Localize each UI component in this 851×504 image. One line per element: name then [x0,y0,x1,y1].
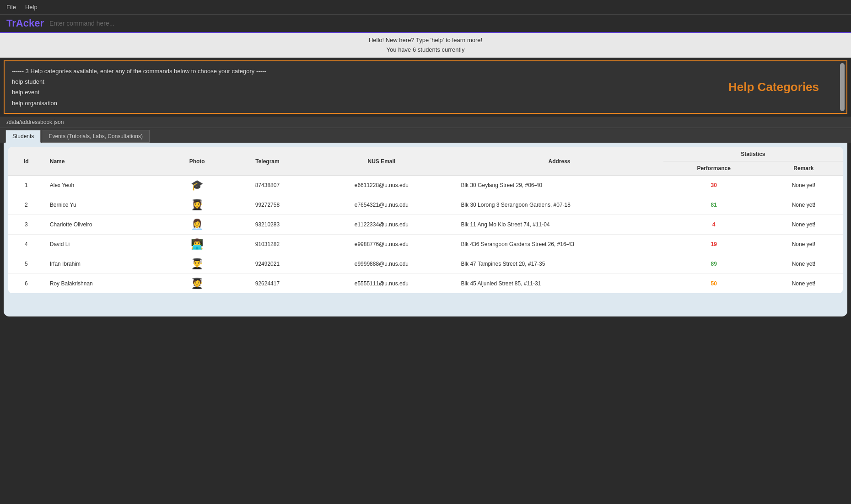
cell-performance: 50 [663,274,765,294]
help-line4: help organisation [12,98,839,108]
help-line3: help event [12,87,839,97]
help-categories-label: Help Categories [728,80,819,94]
cell-name: Roy Balakrishnan [44,274,167,294]
help-panel: ------ 3 Help categories available, ente… [4,60,847,114]
command-input[interactable] [49,18,845,29]
cell-telegram: 99272758 [227,195,308,215]
bottom-area [0,320,851,448]
cell-telegram: 92492021 [227,254,308,274]
scrollbar-thumb[interactable] [840,63,845,112]
cell-photo: 👩‍🎓 [167,195,227,215]
cell-photo: 👩‍💼 [167,215,227,235]
cell-performance: 81 [663,195,765,215]
tabs: Students Events (Tutorials, Labs, Consul… [0,128,851,143]
cell-email: e6611228@u.nus.edu [307,176,455,195]
cell-performance: 30 [663,176,765,195]
cell-address: Blk 30 Geylang Street 29, #06-40 [455,176,663,195]
cell-email: e1122334@u.nus.edu [307,215,455,235]
cell-id: 4 [8,235,44,254]
table-row: 2 Bernice Yu 👩‍🎓 99272758 e7654321@u.nus… [8,195,843,215]
col-id: Id [8,147,44,176]
welcome-line2: You have 6 students currently [3,45,848,55]
cell-remark: None yet! [765,195,843,215]
filepath: ./data/addressbook.json [0,117,851,128]
cell-address: Blk 30 Lorong 3 Serangoon Gardens, #07-1… [455,195,663,215]
table-row: 3 Charlotte Oliveiro 👩‍💼 93210283 e11223… [8,215,843,235]
cell-email: e9988776@u.nus.edu [307,235,455,254]
cell-telegram: 87438807 [227,176,308,195]
col-nus-email: NUS Email [307,147,455,176]
cell-name: Charlotte Oliveiro [44,215,167,235]
table-container: Id Name Photo Telegram NUS Email Address… [4,143,847,316]
help-line1: ------ 3 Help categories available, ente… [12,66,839,76]
cell-name: Alex Yeoh [44,176,167,195]
cell-id: 1 [8,176,44,195]
cell-remark: None yet! [765,274,843,294]
students-table: Id Name Photo Telegram NUS Email Address… [8,147,843,293]
col-name: Name [44,147,167,176]
col-photo: Photo [167,147,227,176]
cell-telegram: 92624417 [227,274,308,294]
cell-email: e7654321@u.nus.edu [307,195,455,215]
cell-photo: 👨‍🎓 [167,254,227,274]
cell-address: Blk 47 Tampines Street 20, #17-35 [455,254,663,274]
cell-address: Blk 436 Serangoon Gardens Street 26, #16… [455,235,663,254]
cell-remark: None yet! [765,176,843,195]
cell-name: David Li [44,235,167,254]
col-address: Address [455,147,663,176]
menu-bar: File Help [0,0,851,15]
cell-remark: None yet! [765,254,843,274]
cell-photo: 👨‍💻 [167,235,227,254]
cell-name: Bernice Yu [44,195,167,215]
table-row: 6 Roy Balakrishnan 🧑‍🎓 92624417 e5555111… [8,274,843,294]
help-line2: help student [12,76,839,87]
tab-students[interactable]: Students [5,130,41,143]
col-statistics: Statistics [663,147,843,161]
tab-events[interactable]: Events (Tutorials, Labs, Consultations) [42,130,150,143]
cell-telegram: 91031282 [227,235,308,254]
table-row: 5 Irfan Ibrahim 👨‍🎓 92492021 e9999888@u.… [8,254,843,274]
cell-id: 2 [8,195,44,215]
cell-performance: 89 [663,254,765,274]
cell-email: e9999888@u.nus.edu [307,254,455,274]
cell-photo: 🧑‍🎓 [167,274,227,294]
help-text: ------ 3 Help categories available, ente… [12,66,839,109]
command-bar: TrAcker [0,15,851,33]
cell-photo: 🎓 [167,176,227,195]
cell-remark: None yet! [765,235,843,254]
col-remark: Remark [765,161,843,176]
cell-performance: 4 [663,215,765,235]
cell-telegram: 93210283 [227,215,308,235]
help-menu[interactable]: Help [25,4,38,11]
app-title: TrAcker [6,17,44,29]
cell-id: 6 [8,274,44,294]
cell-performance: 19 [663,235,765,254]
file-menu[interactable]: File [6,4,16,11]
cell-remark: None yet! [765,215,843,235]
col-performance: Performance [663,161,765,176]
cell-name: Irfan Ibrahim [44,254,167,274]
cell-id: 3 [8,215,44,235]
table-row: 1 Alex Yeoh 🎓 87438807 e6611228@u.nus.ed… [8,176,843,195]
cell-email: e5555111@u.nus.edu [307,274,455,294]
welcome-line1: Hello! New here? Type 'help' to learn mo… [3,36,848,45]
col-telegram: Telegram [227,147,308,176]
table-row: 4 David Li 👨‍💻 91031282 e9988776@u.nus.e… [8,235,843,254]
cell-id: 5 [8,254,44,274]
welcome-banner: Hello! New here? Type 'help' to learn mo… [0,33,851,58]
cell-address: Blk 11 Ang Mo Kio Street 74, #11-04 [455,215,663,235]
cell-address: Blk 45 Aljunied Street 85, #11-31 [455,274,663,294]
